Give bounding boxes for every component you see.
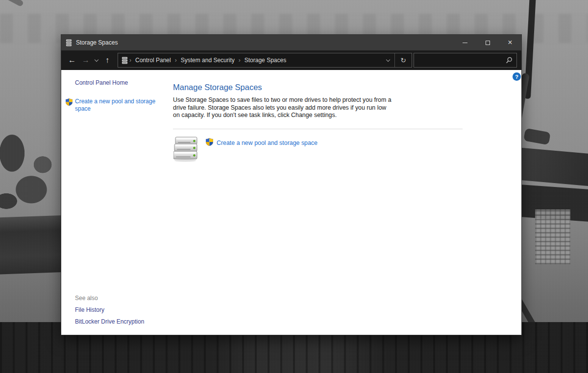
breadcrumb-separator[interactable]: › xyxy=(128,57,133,64)
refresh-button[interactable]: ↻ xyxy=(395,53,412,67)
maximize-icon xyxy=(486,41,490,45)
hard-drive-stack-icon xyxy=(173,136,199,166)
see-also-section: See also File History BitLocker Drive En… xyxy=(75,295,168,325)
sidebar-item-control-panel-home[interactable]: Control Panel Home xyxy=(75,79,168,86)
photo-worker-figure xyxy=(0,126,53,222)
section-divider xyxy=(173,129,463,129)
refresh-icon: ↻ xyxy=(400,56,406,64)
photo-dark-tarp xyxy=(516,148,588,186)
back-icon: ← xyxy=(68,56,76,65)
close-icon: × xyxy=(508,38,512,47)
forward-button[interactable]: → xyxy=(79,53,93,68)
up-button[interactable]: ↑ xyxy=(100,53,114,68)
content-area: Control Panel Home xyxy=(61,70,521,335)
sidebar-item-create-pool-label: Create a new pool and storage space xyxy=(75,98,158,113)
help-button[interactable]: ? xyxy=(513,72,521,81)
photo-building xyxy=(535,210,570,264)
storage-spaces-window: Storage Spaces × ← → ↑ xyxy=(61,34,522,335)
help-icon: ? xyxy=(515,74,518,80)
create-pool-link[interactable]: Create a new pool and storage space xyxy=(217,140,318,146)
minimize-icon xyxy=(463,43,467,43)
breadcrumb-separator[interactable]: › xyxy=(237,57,242,64)
recent-pages-button[interactable] xyxy=(93,53,100,68)
chevron-down-icon xyxy=(95,57,98,61)
window-title: Storage Spaces xyxy=(76,39,118,46)
storage-spaces-app-icon[interactable] xyxy=(66,39,72,47)
create-pool-row: Create a new pool and storage space xyxy=(173,136,507,166)
main-panel: Manage Storage Spaces Use Storage Spaces… xyxy=(173,70,521,335)
shield-icon xyxy=(206,138,213,148)
page-description: Use Storage Spaces to save files to two … xyxy=(173,96,394,119)
sidebar-item-bitlocker[interactable]: BitLocker Drive Encryption xyxy=(75,318,168,325)
sidebar-item-file-history[interactable]: File History xyxy=(75,306,168,313)
up-icon: ↑ xyxy=(105,56,109,65)
maximize-button[interactable] xyxy=(476,35,499,50)
chevron-down-icon xyxy=(386,57,390,61)
search-box xyxy=(414,53,517,68)
search-input[interactable] xyxy=(414,57,506,64)
shield-icon xyxy=(66,98,73,107)
title-bar: Storage Spaces × xyxy=(61,35,521,50)
breadcrumb-separator[interactable]: › xyxy=(173,57,178,64)
address-bar[interactable]: › Control Panel › System and Security › … xyxy=(118,53,412,68)
breadcrumb-control-panel[interactable]: Control Panel xyxy=(133,56,173,64)
navigation-bar: ← → ↑ › Control xyxy=(61,50,521,70)
page-title: Manage Storage Spaces xyxy=(173,83,507,92)
minimize-button[interactable] xyxy=(454,35,476,50)
sidebar: Control Panel Home xyxy=(61,70,173,335)
forward-icon: → xyxy=(82,56,90,65)
breadcrumb-system-and-security[interactable]: System and Security xyxy=(178,56,237,64)
storage-spaces-location-icon xyxy=(122,57,128,64)
address-dropdown-button[interactable] xyxy=(382,53,394,67)
create-pool-action: Create a new pool and storage space xyxy=(206,138,318,148)
back-button[interactable]: ← xyxy=(65,53,79,68)
breadcrumb-storage-spaces[interactable]: Storage Spaces xyxy=(242,56,289,64)
sidebar-item-create-pool[interactable]: Create a new pool and storage space xyxy=(75,98,168,113)
see-also-heading: See also xyxy=(75,295,168,302)
close-button[interactable]: × xyxy=(499,35,521,50)
search-icon[interactable] xyxy=(506,57,513,64)
window-controls: × xyxy=(454,35,521,50)
